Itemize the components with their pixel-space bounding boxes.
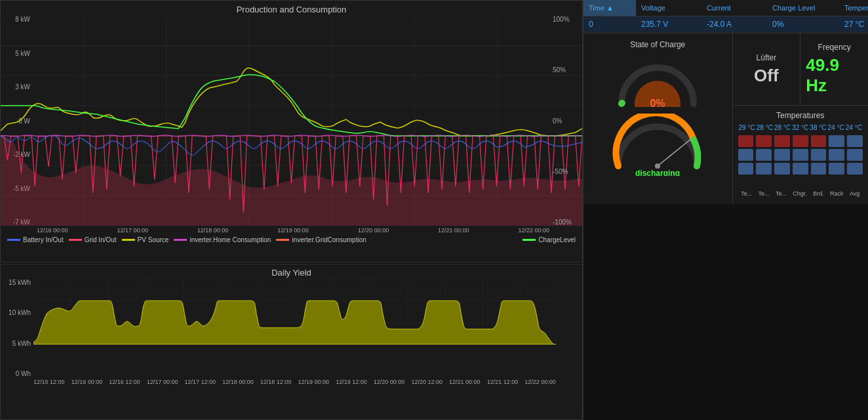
temp-labels-row: Te... Te... Te... Chgr. Brd. Rack Avg — [738, 190, 863, 197]
left-panel: Production and Consumption 8 kW 5 kW 3 k… — [0, 0, 583, 420]
table-row: 0 235.7 V -24.0 A 0% 27 °C — [583, 16, 868, 33]
lufiter-value: Off — [754, 66, 779, 86]
temp-bar-cool-3b — [774, 163, 790, 175]
temp-bar-col-4 — [793, 135, 808, 188]
temp-bar-warm-2 — [756, 135, 772, 147]
td-current: -24.0 A — [701, 16, 767, 33]
gauges-row: State of Charge 0% — [583, 33, 868, 204]
legend-chargelevel: ChargeLevel — [523, 236, 576, 243]
temp-bar-cool-4 — [793, 149, 808, 161]
legend-home: inverter.Home Consumption — [174, 236, 271, 243]
td-charge-level: 0% — [767, 16, 839, 33]
legend-pv: PV Source — [122, 236, 169, 243]
temp-label-1: Te... — [741, 190, 752, 197]
production-chart-svg — [1, 16, 582, 226]
legend-gridcons-color — [276, 239, 289, 241]
temp-val-5: 38 °C — [810, 124, 826, 131]
th-time[interactable]: Time ▲ — [583, 0, 636, 16]
daily-yield-title: Daily Yield — [1, 264, 582, 279]
temperatures-title: Temperatures — [738, 111, 863, 120]
th-charge-level[interactable]: Charge Level — [767, 0, 839, 16]
temp-val-7: 24 °C — [846, 124, 862, 131]
legend-gridcons: inverter.GridConsumption — [276, 236, 366, 243]
th-current[interactable]: Current — [701, 0, 767, 16]
table-header: Time ▲ Voltage Current Charge Level Temp… — [583, 0, 868, 16]
y-axis-right: 100% 50% 0% -50% -100% — [549, 16, 582, 226]
temp-val-4: 32 °C — [792, 124, 808, 131]
frequency-value: 49.9 Hz — [806, 55, 863, 96]
temp-bar-col-6 — [829, 135, 844, 188]
temp-bar-cool-3 — [774, 149, 790, 161]
daily-yield-svg — [33, 279, 556, 377]
daily-yield-chart-area: Daily Yield 15 kWh 10 kWh 5 kWh 0 Wh — [0, 264, 583, 420]
svg-point-35 — [655, 163, 660, 169]
legend-battery-color — [7, 239, 20, 241]
temp-values-row: 29 °C 28 °C 28 °C 32 °C 38 °C 24 °C 24 °… — [738, 124, 863, 131]
temp-bar-cool-5b — [811, 163, 827, 175]
temp-bars — [738, 135, 863, 188]
lufiter-freq-row: Lüfter Off Freqency 49.9 Hz — [733, 33, 869, 106]
temp-val-6: 24 °C — [828, 124, 844, 131]
legend-home-color — [174, 239, 187, 241]
temp-bar-col-2 — [756, 135, 772, 188]
temp-bar-warm-1 — [738, 135, 754, 147]
td-time: 0 — [583, 16, 636, 33]
legend-gridcons-label: inverter.GridConsumption — [292, 236, 366, 243]
temperatures-panel: Temperatures 29 °C 28 °C 28 °C 32 °C 38 … — [733, 106, 869, 204]
temp-bar-col-7 — [847, 135, 863, 188]
svg-text:discharging: discharging — [635, 169, 680, 176]
temp-bar-warm-3 — [774, 135, 790, 147]
temp-label-3: Te... — [776, 190, 787, 197]
lufiter-box: Lüfter Off — [733, 33, 801, 105]
temp-val-3: 28 °C — [774, 124, 791, 131]
th-voltage[interactable]: Voltage — [636, 0, 701, 16]
temp-bar-cool-6c — [829, 163, 844, 175]
temp-bar-cool-6b — [829, 149, 844, 161]
temp-bar-col-1 — [738, 135, 754, 188]
chart-legend: Battery In/Out Grid In/Out PV Source inv… — [1, 234, 582, 246]
temp-label-5: Brd. — [813, 190, 824, 197]
svg-text:0%: 0% — [650, 98, 665, 107]
legend-home-label: inverter.Home Consumption — [189, 236, 271, 243]
temp-bar-cool-2 — [756, 149, 772, 161]
frequency-title: Freqency — [818, 43, 851, 52]
temp-bar-cool-6 — [829, 135, 844, 147]
td-temperature: 27 °C — [839, 16, 868, 33]
svg-text:2: 2 — [686, 123, 689, 129]
th-temperature[interactable]: Temperature — [839, 0, 868, 16]
svg-line-34 — [658, 138, 692, 166]
legend-chargelevel-label: ChargeLevel — [538, 236, 576, 243]
temp-bar-warm-5 — [811, 135, 827, 147]
state-of-charge-title: State of Charge — [630, 40, 685, 49]
temp-label-2: Te... — [759, 190, 770, 197]
discharge-gauge: 2 discharging — [612, 114, 703, 179]
temp-bar-cool-5 — [811, 149, 827, 161]
temp-bar-cool-7 — [847, 135, 863, 147]
temp-val-2: 28 °C — [757, 124, 773, 131]
production-chart-title: Production and Consumption — [1, 1, 582, 16]
legend-battery-label: Battery In/Out — [23, 236, 64, 243]
temp-bar-warm-4 — [793, 135, 808, 147]
temp-bar-cool-1b — [738, 163, 754, 175]
temp-label-6: Rack — [830, 190, 844, 197]
temp-bar-cool-7b — [847, 149, 863, 161]
right-info-panel: Lüfter Off Freqency 49.9 Hz Temperatures… — [733, 33, 869, 204]
data-table-section: Time ▲ Voltage Current Charge Level Temp… — [583, 0, 868, 33]
legend-chargelevel-color — [523, 239, 536, 241]
legend-pv-color — [122, 239, 135, 241]
legend-battery: Battery In/Out — [7, 236, 64, 243]
frequency-box: Freqency 49.9 Hz — [800, 33, 868, 105]
temp-bar-col-3 — [774, 135, 790, 188]
right-panel: Time ▲ Voltage Current Charge Level Temp… — [583, 0, 868, 420]
temp-bar-cool-2b — [756, 163, 772, 175]
bottom-y-axis: 15 kWh 10 kWh 5 kWh 0 Wh — [1, 279, 33, 377]
temp-bar-col-5 — [811, 135, 827, 188]
temp-bar-cool-7c — [847, 163, 863, 175]
legend-grid-color — [69, 239, 82, 241]
temp-val-1: 29 °C — [739, 124, 755, 131]
lufiter-title: Lüfter — [757, 53, 777, 62]
temp-label-4: Chgr. — [793, 190, 807, 197]
legend-grid-label: Grid In/Out — [85, 236, 117, 243]
bottom-x-axis: 12/15 12:00 12/16 00:00 12/16 12:00 12/1… — [33, 379, 556, 385]
legend-grid: Grid In/Out — [69, 236, 117, 243]
